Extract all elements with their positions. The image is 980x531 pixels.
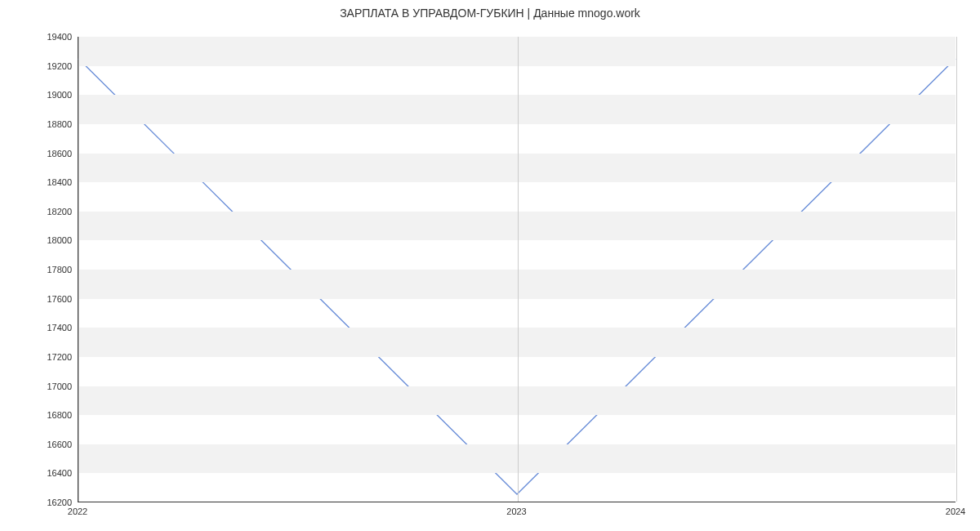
y-tick-label: 18800 bbox=[47, 119, 72, 129]
x-gridline bbox=[518, 37, 519, 502]
y-tick-label: 17200 bbox=[47, 352, 72, 362]
y-tick-label: 16600 bbox=[47, 440, 72, 449]
chart-container: ЗАРПЛАТА В УПРАВДОМ-ГУБКИН | Данные mnog… bbox=[0, 0, 980, 531]
x-tick-label: 2024 bbox=[946, 506, 965, 516]
y-tick-label: 19400 bbox=[47, 32, 72, 42]
y-tick-label: 17800 bbox=[47, 265, 72, 274]
x-gridline bbox=[78, 37, 79, 502]
y-tick-label: 18400 bbox=[47, 177, 72, 187]
y-tick-label: 18200 bbox=[47, 207, 72, 216]
y-tick-label: 19000 bbox=[47, 90, 72, 100]
y-tick-label: 17000 bbox=[47, 382, 72, 391]
x-tick-label: 2022 bbox=[68, 506, 87, 516]
plot-area bbox=[78, 37, 956, 502]
y-tick-label: 16400 bbox=[47, 468, 72, 478]
x-tick-label: 2023 bbox=[506, 506, 526, 516]
y-tick-label: 19200 bbox=[47, 61, 72, 71]
y-tick-label: 17400 bbox=[47, 323, 72, 332]
x-gridline bbox=[956, 37, 957, 502]
y-tick-label: 18000 bbox=[47, 235, 72, 245]
y-tick-label: 17600 bbox=[47, 294, 72, 304]
y-tick-label: 18600 bbox=[47, 149, 72, 158]
chart-title: ЗАРПЛАТА В УПРАВДОМ-ГУБКИН | Данные mnog… bbox=[0, 7, 980, 20]
y-tick-label: 16800 bbox=[47, 410, 72, 420]
